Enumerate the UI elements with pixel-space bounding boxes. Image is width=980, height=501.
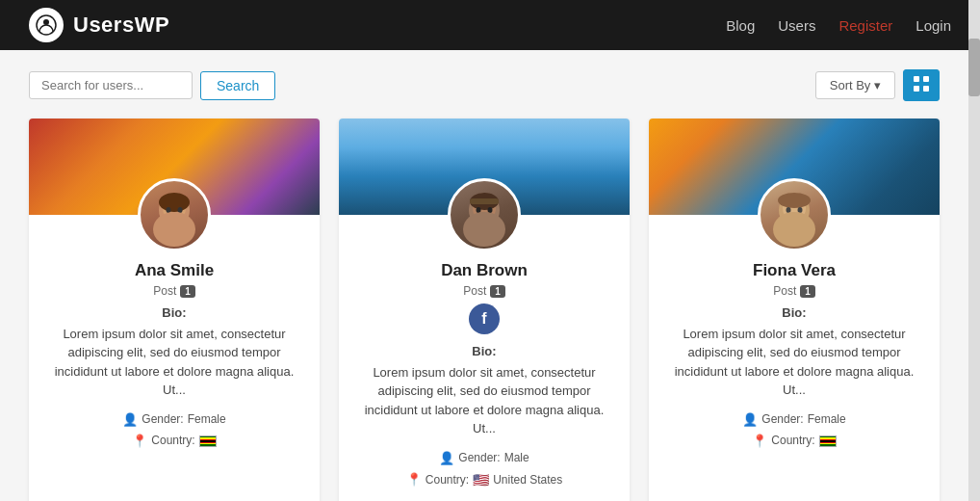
meta-fiona: 👤 Gender: Female 📍 Country: bbox=[666, 409, 922, 452]
card-body-fiona: Fiona Vera Post 1 Bio: Lorem ipsum dolor… bbox=[649, 251, 940, 469]
svg-rect-17 bbox=[470, 198, 499, 204]
person-icon-dan: 👤 bbox=[439, 448, 454, 469]
svg-point-23 bbox=[798, 207, 803, 213]
nav-login[interactable]: Login bbox=[916, 17, 951, 34]
post-count-ana: Post 1 bbox=[46, 284, 302, 298]
flag-ana bbox=[199, 435, 217, 447]
bio-fiona: Bio: Lorem ipsum dolor sit amet, consect… bbox=[666, 303, 922, 400]
user-card-ana: Ana Smile Post 1 Bio: Lorem ipsum dolor … bbox=[29, 119, 320, 501]
svg-rect-2 bbox=[914, 76, 919, 82]
sort-button[interactable]: Sort By ▾ bbox=[815, 71, 895, 99]
svg-point-9 bbox=[167, 207, 171, 213]
svg-point-22 bbox=[787, 207, 791, 213]
svg-point-15 bbox=[477, 207, 481, 213]
post-count-dan: Post 1 bbox=[356, 284, 612, 298]
main-content: Search Sort By ▾ bbox=[0, 50, 968, 501]
bio-ana: Bio: Lorem ipsum dolor sit amet, consect… bbox=[46, 303, 302, 400]
pin-icon-fiona: 📍 bbox=[752, 431, 767, 452]
user-name-ana: Ana Smile bbox=[46, 261, 302, 280]
gender-ana: 👤 Gender: Female bbox=[46, 409, 302, 431]
avatar-fiona[interactable] bbox=[758, 178, 831, 251]
nav-blog[interactable]: Blog bbox=[726, 17, 755, 34]
meta-dan: 👤 Gender: Male 📍 Country: 🇺🇸 United Stat… bbox=[356, 448, 612, 492]
meta-ana: 👤 Gender: Female 📍 Country: bbox=[46, 409, 302, 452]
gender-dan: 👤 Gender: Male bbox=[356, 448, 612, 469]
avatar-dan[interactable] bbox=[448, 178, 521, 251]
scrollbar-thumb[interactable] bbox=[968, 39, 980, 96]
view-controls: Sort By ▾ bbox=[815, 69, 940, 101]
search-input[interactable] bbox=[29, 71, 193, 99]
header: UsersWP Blog Users Register Login bbox=[0, 0, 980, 50]
search-button[interactable]: Search bbox=[200, 71, 275, 100]
avatar-ana[interactable] bbox=[138, 178, 211, 251]
svg-rect-3 bbox=[923, 76, 929, 82]
gender-fiona: 👤 Gender: Female bbox=[666, 409, 922, 431]
user-name-dan: Dan Brown bbox=[356, 261, 612, 280]
person-icon-fiona: 👤 bbox=[742, 409, 758, 431]
bio-dan: Bio: Lorem ipsum dolor sit amet, consect… bbox=[356, 342, 612, 438]
svg-point-11 bbox=[153, 212, 195, 247]
avatar-wrap-dan bbox=[339, 178, 630, 251]
post-count-fiona: Post 1 bbox=[666, 284, 922, 298]
svg-point-10 bbox=[178, 207, 183, 213]
country-ana: 📍 Country: bbox=[46, 431, 302, 452]
nav-users[interactable]: Users bbox=[778, 17, 815, 34]
nav-register[interactable]: Register bbox=[838, 17, 892, 34]
svg-rect-5 bbox=[923, 86, 929, 92]
card-body-dan: Dan Brown Post 1 f Bio: Lorem ipsum dolo… bbox=[339, 251, 630, 501]
user-name-fiona: Fiona Vera bbox=[666, 261, 922, 280]
svg-point-18 bbox=[463, 212, 505, 247]
logo-icon bbox=[29, 8, 64, 42]
svg-point-24 bbox=[773, 212, 815, 247]
flag-fiona bbox=[819, 435, 837, 447]
svg-point-21 bbox=[778, 193, 811, 208]
avatar-wrap-ana bbox=[29, 178, 320, 251]
scrollbar[interactable] bbox=[968, 0, 980, 501]
svg-point-16 bbox=[488, 207, 493, 213]
logo-area: UsersWP bbox=[29, 8, 169, 42]
person-icon-ana: 👤 bbox=[122, 409, 138, 431]
facebook-icon-dan[interactable]: f bbox=[469, 303, 500, 334]
pin-icon-dan: 📍 bbox=[406, 469, 422, 490]
search-area: Search bbox=[29, 71, 275, 100]
country-fiona: 📍 Country: bbox=[666, 431, 922, 452]
logo-text: UsersWP bbox=[73, 13, 169, 38]
flag-dan: 🇺🇸 bbox=[473, 469, 489, 492]
user-card-fiona: Fiona Vera Post 1 Bio: Lorem ipsum dolor… bbox=[649, 119, 940, 501]
svg-point-1 bbox=[43, 19, 49, 25]
country-dan: 📍 Country: 🇺🇸 United States bbox=[356, 469, 612, 492]
pin-icon-ana: 📍 bbox=[132, 431, 147, 452]
svg-rect-4 bbox=[914, 86, 919, 92]
card-body-ana: Ana Smile Post 1 Bio: Lorem ipsum dolor … bbox=[29, 251, 320, 469]
avatar-wrap-fiona bbox=[649, 178, 940, 251]
toolbar: Search Sort By ▾ bbox=[29, 69, 940, 101]
main-nav: Blog Users Register Login bbox=[726, 17, 951, 34]
grid-view-button[interactable] bbox=[903, 69, 940, 101]
user-card-dan: Dan Brown Post 1 f Bio: Lorem ipsum dolo… bbox=[339, 119, 630, 501]
svg-point-8 bbox=[159, 193, 190, 212]
users-grid: Ana Smile Post 1 Bio: Lorem ipsum dolor … bbox=[29, 119, 940, 501]
